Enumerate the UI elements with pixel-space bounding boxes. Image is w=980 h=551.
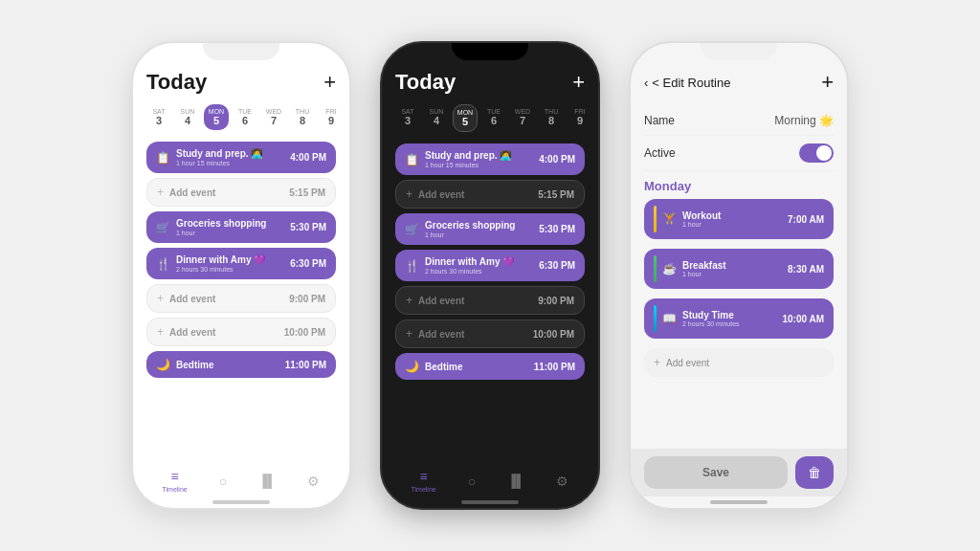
day-thu-1[interactable]: THU 8 — [290, 104, 315, 130]
name-value[interactable]: Morning 🌟 — [774, 114, 834, 127]
moon-icon-2: 🌙 — [405, 360, 419, 373]
day-sat-2[interactable]: SAT 3 — [395, 104, 420, 132]
day-thu-2[interactable]: THU 8 — [539, 104, 564, 132]
day-tue-2[interactable]: TUE 6 — [481, 104, 506, 132]
day-wed-2[interactable]: WED 7 — [510, 104, 535, 132]
home-indicator-3 — [710, 500, 768, 504]
plus-icon-900-2: + — [406, 294, 412, 307]
plus-icon-900-1: + — [157, 292, 164, 305]
edit-routine-header: ‹ < Edit Routine + — [644, 70, 834, 95]
plus-icon-515-2: + — [406, 187, 412, 201]
timeline-icon-1: ≡ — [171, 469, 179, 484]
event-study-2[interactable]: 📋 Study and prep. 🧑‍💻 1 hour 15 minutes … — [395, 143, 585, 175]
event-groceries-1[interactable]: 🛒 Groceries shopping 1 hour 5:30 PM — [146, 211, 336, 243]
routine-event-studytime[interactable]: 📖 Study Time 2 hours 30 minutes 10:00 AM — [644, 298, 834, 339]
event-groceries-2[interactable]: 🛒 Groceries shopping 1 hour 5:30 PM — [395, 213, 585, 245]
event-list-2: 📋 Study and prep. 🧑‍💻 1 hour 15 minutes … — [395, 143, 585, 461]
breakfast-icon: ☕ — [662, 262, 677, 276]
active-row: Active — [644, 136, 834, 171]
bar-cyan-studytime — [654, 305, 657, 332]
plus-icon-1000-1: + — [157, 325, 164, 339]
edit-routine-title: < Edit Routine — [652, 76, 730, 90]
day-fri-2[interactable]: FRI 9 — [568, 104, 592, 132]
day-sat-1[interactable]: SAT 3 — [146, 104, 171, 130]
bottom-action-bar: Save 🗑 — [631, 449, 847, 496]
bar-yellow-workout — [654, 206, 657, 232]
circle-icon-1: ○ — [219, 474, 227, 489]
event-bedtime-2[interactable]: 🌙 Bedtime 11:00 PM — [395, 353, 585, 380]
chevron-left-icon: ‹ — [644, 76, 648, 90]
active-toggle[interactable] — [799, 143, 834, 163]
add-event-1000-2[interactable]: + Add event 10:00 PM — [395, 320, 585, 348]
header-2: Today + — [395, 70, 585, 95]
event-dinner-1[interactable]: 🍴 Dinner with Amy 💜 2 hours 30 minutes 6… — [146, 248, 336, 279]
trash-icon: 🗑 — [808, 465, 821, 480]
add-button-2[interactable]: + — [572, 70, 585, 95]
add-event-900-2[interactable]: + Add event 9:00 PM — [395, 286, 585, 315]
nav-timeline-2[interactable]: ≡ Timeline — [411, 469, 435, 493]
workout-icon: 🏋️ — [662, 212, 677, 226]
day-tue-1[interactable]: TUE 6 — [233, 104, 257, 130]
phone-3-edit: ‹ < Edit Routine + Name Morning 🌟 Active… — [629, 41, 849, 510]
fork-icon-2: 🍴 — [405, 259, 419, 273]
title-2: Today — [395, 70, 456, 95]
add-button-1[interactable]: + — [323, 70, 336, 95]
event-study-1[interactable]: 📋 Study and prep. 🧑‍💻 1 hour 15 minutes … — [146, 142, 336, 173]
add-routine-event[interactable]: + Add event — [644, 348, 834, 377]
header-1: Today + — [146, 70, 336, 95]
phone-2-dark: Today + SAT 3 SUN 4 MON 5 TUE 6 WED 7 — [380, 41, 600, 510]
nav-chart-1[interactable]: ▐▌ — [258, 474, 276, 488]
notch-1 — [203, 43, 279, 60]
event-bedtime-1[interactable]: 🌙 Bedtime 11:00 PM — [146, 351, 336, 378]
nav-chart-2[interactable]: ▐▌ — [507, 474, 524, 488]
nav-circle-2[interactable]: ○ — [468, 474, 476, 489]
bar-green-breakfast — [654, 255, 657, 282]
home-indicator-2 — [461, 500, 519, 504]
gear-icon-1: ⚙ — [307, 474, 320, 489]
title-1: Today — [146, 70, 207, 95]
back-button[interactable]: ‹ < Edit Routine — [644, 76, 730, 90]
plus-icon-515-1: + — [157, 186, 164, 199]
moon-icon-1: 🌙 — [156, 358, 170, 371]
bottom-nav-1: ≡ Timeline ○ ▐▌ ⚙ — [146, 461, 336, 496]
event-dinner-2[interactable]: 🍴 Dinner with Amy 💜 2 hours 30 minutes 6… — [395, 250, 585, 281]
plus-icon-routine: + — [654, 356, 660, 369]
day-wed-1[interactable]: WED 7 — [261, 104, 286, 130]
clipboard-icon-2: 📋 — [405, 153, 419, 166]
active-label: Active — [644, 146, 676, 160]
nav-timeline-1[interactable]: ≡ Timeline — [162, 469, 187, 493]
cart-icon-1: 🛒 — [156, 221, 170, 234]
save-button[interactable]: Save — [644, 456, 788, 489]
routine-event-breakfast[interactable]: ☕ Breakfast 1 hour 8:30 AM — [644, 249, 834, 289]
bottom-nav-2: ≡ Timeline ○ ▐▌ ⚙ — [395, 461, 585, 496]
day-sun-2[interactable]: SUN 4 — [424, 104, 449, 132]
add-event-515-2[interactable]: + Add event 5:15 PM — [395, 180, 585, 209]
timeline-icon-2: ≡ — [420, 469, 428, 484]
gear-icon-2: ⚙ — [556, 474, 568, 489]
add-event-label: Add event — [666, 358, 709, 368]
name-label: Name — [644, 114, 675, 127]
phone-1-light: Today + SAT 3 SUN 4 MON 5 TUE 6 WED 7 — [131, 41, 351, 510]
day-strip-1: SAT 3 SUN 4 MON 5 TUE 6 WED 7 THU 8 — [146, 104, 336, 130]
add-event-1000-1[interactable]: + Add event 10:00 PM — [146, 318, 336, 346]
add-routine-button[interactable]: + — [821, 70, 834, 95]
day-sun-1[interactable]: SUN 4 — [175, 104, 200, 130]
day-mon-2[interactable]: MON 5 — [453, 104, 478, 132]
add-event-900-1[interactable]: + Add event 9:00 PM — [146, 284, 336, 313]
home-indicator-1 — [212, 500, 270, 504]
add-event-515-1[interactable]: + Add event 5:15 PM — [146, 178, 336, 207]
nav-settings-2[interactable]: ⚙ — [556, 474, 568, 489]
day-strip-2: SAT 3 SUN 4 MON 5 TUE 6 WED 7 THU 8 — [395, 104, 585, 132]
routine-event-workout[interactable]: 🏋️ Workout 1 hour 7:00 AM — [644, 199, 834, 239]
chart-icon-2: ▐▌ — [507, 474, 524, 488]
nav-circle-1[interactable]: ○ — [219, 474, 227, 489]
day-mon-1[interactable]: MON 5 — [204, 104, 229, 130]
circle-icon-2: ○ — [468, 474, 476, 489]
day-fri-1[interactable]: FRI 9 — [319, 104, 344, 130]
nav-settings-1[interactable]: ⚙ — [307, 474, 320, 489]
notch-3 — [701, 43, 777, 60]
fork-icon-1: 🍴 — [156, 257, 170, 271]
delete-button[interactable]: 🗑 — [795, 456, 834, 489]
routine-event-list: 🏋️ Workout 1 hour 7:00 AM ☕ Breakfast 1 … — [644, 199, 834, 449]
section-monday: Monday — [644, 179, 834, 193]
